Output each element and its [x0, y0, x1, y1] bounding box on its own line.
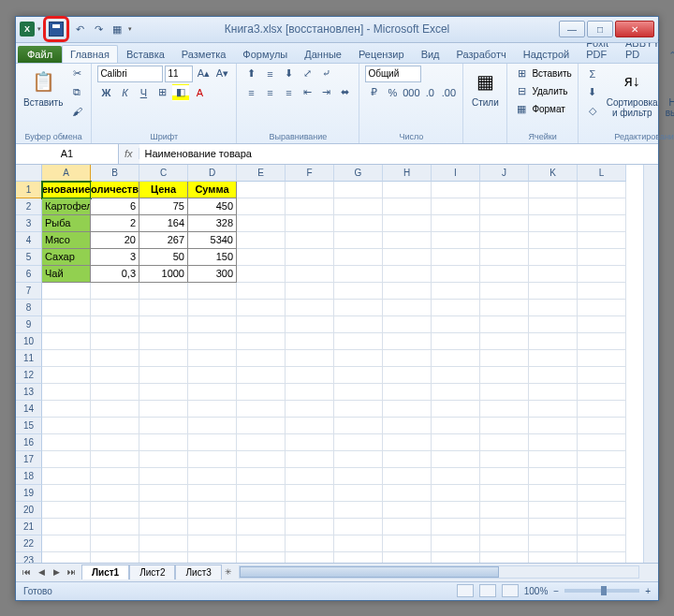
cell-F4[interactable] — [286, 232, 334, 249]
cell-E21[interactable] — [237, 519, 286, 535]
cell-H21[interactable] — [383, 519, 432, 535]
cell-B23[interactable] — [91, 552, 139, 563]
cell-G9[interactable] — [334, 316, 383, 333]
col-header-H[interactable]: H — [383, 165, 432, 182]
cell-F20[interactable] — [286, 502, 334, 519]
cell-H2[interactable] — [383, 198, 432, 215]
cell-K5[interactable] — [529, 249, 578, 266]
sheet-tab-2[interactable]: Лист2 — [129, 565, 175, 579]
cell-G11[interactable] — [334, 350, 383, 367]
cell-J5[interactable] — [480, 249, 529, 266]
cell-G17[interactable] — [334, 451, 383, 468]
cell-L11[interactable] — [578, 350, 626, 367]
cell-I18[interactable] — [432, 468, 480, 485]
col-header-I[interactable]: I — [432, 165, 480, 182]
sheet-last-button[interactable]: ⏭ — [65, 567, 78, 577]
cell-J18[interactable] — [480, 468, 529, 485]
cell-F16[interactable] — [286, 434, 334, 451]
sheet-tab-1[interactable]: Лист1 — [81, 565, 129, 579]
cell-B16[interactable] — [91, 434, 139, 451]
cell-H23[interactable] — [383, 552, 432, 563]
cell-G22[interactable] — [334, 535, 383, 552]
row-header-8[interactable]: 8 — [16, 300, 42, 316]
cell-C16[interactable] — [139, 434, 188, 451]
cell-L20[interactable] — [578, 502, 626, 519]
cell-I20[interactable] — [432, 502, 480, 519]
cell-A13[interactable] — [42, 384, 91, 401]
cell-K11[interactable] — [529, 350, 578, 367]
percent-button[interactable]: % — [384, 84, 401, 101]
cell-A20[interactable] — [42, 502, 91, 519]
cell-B2[interactable]: 6 — [91, 198, 139, 215]
align-left-button[interactable]: ≡ — [242, 84, 259, 101]
vertical-scrollbar[interactable] — [643, 165, 658, 563]
cell-H3[interactable] — [383, 215, 432, 232]
col-header-F[interactable]: F — [286, 165, 334, 182]
cell-K10[interactable] — [529, 333, 578, 350]
cell-C7[interactable] — [139, 283, 188, 300]
comma-button[interactable]: 000 — [403, 84, 419, 101]
cell-K1[interactable] — [529, 182, 578, 198]
col-header-J[interactable]: J — [480, 165, 529, 182]
cell-L3[interactable] — [578, 215, 626, 232]
cell-J19[interactable] — [480, 485, 529, 502]
copy-button[interactable]: ⧉ — [68, 84, 85, 101]
cell-A12[interactable] — [42, 367, 91, 384]
cell-I6[interactable] — [432, 266, 480, 283]
view-layout-button[interactable] — [479, 584, 496, 597]
undo-button[interactable]: ↶ — [71, 21, 88, 37]
col-header-C[interactable]: C — [139, 165, 188, 182]
horizontal-scrollbar[interactable] — [239, 565, 639, 579]
cell-D9[interactable] — [188, 316, 237, 333]
cell-J13[interactable] — [480, 384, 529, 401]
cell-I5[interactable] — [432, 249, 480, 266]
row-header-3[interactable]: 3 — [16, 215, 42, 232]
cell-G20[interactable] — [334, 502, 383, 519]
cell-F6[interactable] — [286, 266, 334, 283]
cell-I3[interactable] — [432, 215, 480, 232]
wrap-text-button[interactable]: ⤶ — [317, 66, 334, 82]
autosum-button[interactable]: Σ — [584, 66, 601, 82]
cell-L1[interactable] — [578, 182, 626, 198]
cell-B11[interactable] — [91, 350, 139, 367]
cell-A1[interactable]: енование — [42, 182, 91, 198]
view-break-button[interactable] — [502, 584, 519, 597]
cell-C18[interactable] — [139, 468, 188, 485]
cell-H15[interactable] — [383, 418, 432, 434]
cell-E5[interactable] — [237, 249, 286, 266]
cell-B15[interactable] — [91, 418, 139, 434]
cell-I1[interactable] — [432, 182, 480, 198]
cell-A17[interactable] — [42, 451, 91, 468]
indent-inc-button[interactable]: ⇥ — [317, 84, 334, 101]
cell-J21[interactable] — [480, 519, 529, 535]
cell-E23[interactable] — [237, 552, 286, 563]
cell-A7[interactable] — [42, 283, 91, 300]
cell-B10[interactable] — [91, 333, 139, 350]
cell-L7[interactable] — [578, 283, 626, 300]
cell-L22[interactable] — [578, 535, 626, 552]
cell-J23[interactable] — [480, 552, 529, 563]
cell-C12[interactable] — [139, 367, 188, 384]
sheet-next-button[interactable]: ▶ — [50, 567, 63, 577]
tab-home[interactable]: Главная — [62, 45, 118, 63]
row-header-4[interactable]: 4 — [16, 232, 42, 249]
cell-A9[interactable] — [42, 316, 91, 333]
row-header-17[interactable]: 17 — [16, 451, 42, 468]
sheet-tab-3[interactable]: Лист3 — [175, 565, 221, 579]
cell-I17[interactable] — [432, 451, 480, 468]
save-button[interactable] — [48, 21, 65, 37]
cell-A2[interactable]: Картофел — [42, 198, 91, 215]
align-middle-button[interactable]: ≡ — [261, 66, 278, 82]
cell-G5[interactable] — [334, 249, 383, 266]
row-header-21[interactable]: 21 — [16, 519, 42, 535]
cell-K17[interactable] — [529, 451, 578, 468]
cell-H20[interactable] — [383, 502, 432, 519]
fill-button[interactable]: ⬇ — [584, 84, 601, 101]
underline-button[interactable]: Ч — [135, 84, 152, 101]
cell-K8[interactable] — [529, 300, 578, 316]
cell-H13[interactable] — [383, 384, 432, 401]
col-header-D[interactable]: D — [188, 165, 237, 182]
cell-K3[interactable] — [529, 215, 578, 232]
cell-C1[interactable]: Цена — [139, 182, 188, 198]
cell-E10[interactable] — [237, 333, 286, 350]
